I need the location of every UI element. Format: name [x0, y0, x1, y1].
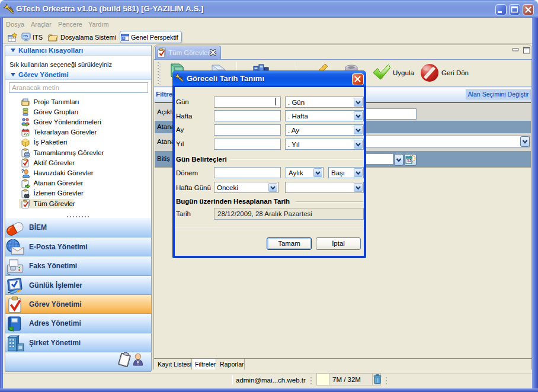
svg-text:ITS: ITS: [23, 34, 28, 38]
svg-text:12: 12: [406, 158, 411, 163]
svg-text:?: ?: [21, 168, 25, 174]
